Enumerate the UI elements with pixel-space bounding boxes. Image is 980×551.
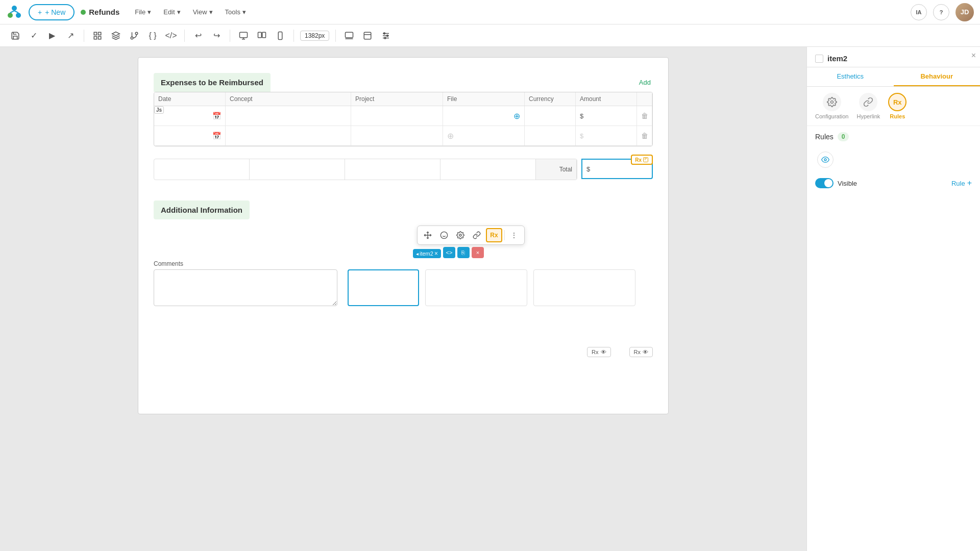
- ft-move-icon[interactable]: [421, 228, 435, 242]
- tab-esthetics[interactable]: Esthetics: [807, 67, 894, 86]
- ia-button[interactable]: IA: [911, 4, 927, 20]
- nav-menu: File ▾ Edit ▾ View ▾ Tools ▾: [130, 6, 251, 18]
- branches-icon[interactable]: [127, 29, 141, 43]
- ft-more-icon[interactable]: ⋮: [507, 228, 521, 242]
- row1-file-cell[interactable]: ⊕: [443, 106, 525, 126]
- ft-sep: [504, 230, 505, 240]
- ft-link-icon[interactable]: [470, 228, 484, 242]
- item2-tag-copy-icon[interactable]: ⎘: [457, 247, 470, 258]
- row1-date-cell[interactable]: Js 📅: [154, 106, 226, 126]
- menu-view[interactable]: View ▾: [188, 6, 218, 18]
- svg-rect-18: [278, 32, 282, 39]
- row1-currency-cell[interactable]: [525, 106, 576, 126]
- check-icon[interactable]: ✓: [27, 29, 41, 43]
- row1-concept-input[interactable]: [230, 112, 347, 119]
- expenses-add-link[interactable]: Add: [639, 79, 651, 86]
- item2-tag-close-icon[interactable]: ×: [434, 250, 438, 257]
- item2-selected-cell[interactable]: [348, 269, 419, 306]
- panel-checkbox[interactable]: [815, 55, 823, 63]
- menu-edit[interactable]: Edit ▾: [158, 6, 185, 18]
- svg-rect-16: [258, 32, 262, 38]
- rule-add-button[interactable]: Rule +: [951, 179, 972, 188]
- toolbar-sep-1: [84, 30, 84, 42]
- row2-delete-icon[interactable]: 🗑: [641, 132, 648, 140]
- col-date: Date: [154, 92, 226, 106]
- svg-rect-20: [346, 32, 353, 38]
- row1-project-cell[interactable]: [351, 106, 443, 126]
- comments-textarea[interactable]: [154, 269, 337, 306]
- extra-cell-2: [533, 269, 635, 306]
- total-amount-field[interactable]: [592, 165, 648, 173]
- total-cell-3: [345, 159, 440, 180]
- row1-date-input[interactable]: [158, 112, 212, 119]
- menu-tools[interactable]: Tools ▾: [220, 6, 251, 18]
- px-display: 1382px: [300, 31, 329, 41]
- svg-line-3: [10, 11, 14, 13]
- code-icon[interactable]: </>: [164, 29, 178, 43]
- sub-tab-configuration[interactable]: Configuration: [815, 93, 848, 119]
- eye-icon-area: [815, 149, 972, 170]
- svg-rect-5: [94, 32, 96, 35]
- visible-toggle[interactable]: [815, 178, 834, 188]
- ft-rules-button[interactable]: Rx: [486, 228, 502, 242]
- main-layout: Expenses to be Reimbursed Add Date Conce…: [0, 47, 980, 551]
- row2-project-cell[interactable]: [351, 126, 443, 145]
- tab-behaviour[interactable]: Behaviour: [894, 67, 981, 86]
- item2-tag-code-icon[interactable]: <>: [443, 247, 455, 258]
- total-right-area: Rx $: [581, 159, 653, 179]
- item2-tag-delete-icon[interactable]: ×: [472, 247, 484, 258]
- row1-file-input[interactable]: [447, 112, 513, 119]
- file-add-icon[interactable]: ⊕: [513, 111, 520, 121]
- mobile-icon[interactable]: [273, 29, 287, 43]
- file-add-icon-2[interactable]: ⊕: [447, 131, 454, 141]
- window-icon[interactable]: [360, 29, 375, 43]
- row2-concept-cell[interactable]: [226, 126, 351, 145]
- rules-count-badge: 0: [838, 132, 849, 141]
- row2-file-cell[interactable]: ⊕: [443, 126, 525, 145]
- resize-icon[interactable]: [342, 29, 356, 43]
- save-icon[interactable]: [8, 29, 22, 43]
- row2-del-cell[interactable]: 🗑: [637, 126, 652, 145]
- layers-icon[interactable]: [109, 29, 123, 43]
- help-button[interactable]: ?: [933, 4, 949, 20]
- calendar-icon[interactable]: 📅: [212, 112, 221, 120]
- row1-del-cell[interactable]: 🗑: [637, 106, 652, 126]
- col-concept: Concept: [226, 92, 351, 106]
- export-icon[interactable]: ↗: [63, 29, 78, 43]
- rx-badge-bottom-2[interactable]: Rx 👁: [629, 347, 653, 357]
- row1-concept-cell[interactable]: [226, 106, 351, 126]
- row1-project-input[interactable]: [355, 112, 438, 119]
- sub-tab-rules[interactable]: Rx Rules: [888, 93, 906, 119]
- split-icon[interactable]: [255, 29, 269, 43]
- item2-tag-chevron-left: ◂: [416, 251, 419, 257]
- monitor-icon[interactable]: [236, 29, 251, 43]
- total-cells-row: Total: [154, 159, 577, 180]
- svg-point-35: [830, 101, 833, 104]
- ft-tag-icon[interactable]: [437, 228, 451, 242]
- new-button[interactable]: + + New: [29, 4, 75, 20]
- grid-icon[interactable]: [90, 29, 105, 43]
- js-badge: Js: [154, 106, 164, 114]
- row1-delete-icon[interactable]: 🗑: [641, 112, 648, 120]
- row2-currency-cell[interactable]: [525, 126, 576, 145]
- undo-icon[interactable]: ↩: [191, 29, 205, 43]
- row1-amount-input[interactable]: [585, 112, 632, 119]
- row1-amount-cell[interactable]: $: [576, 106, 637, 126]
- user-avatar[interactable]: JD: [955, 3, 974, 21]
- rx-badge-bottom-1[interactable]: Rx 👁: [587, 347, 610, 357]
- eye-icon[interactable]: [817, 152, 834, 168]
- row2-amount-cell[interactable]: $: [576, 126, 637, 145]
- redo-icon[interactable]: ↪: [209, 29, 224, 43]
- play-icon[interactable]: ▶: [45, 29, 59, 43]
- item2-tag: ◂ item2 ×: [413, 249, 441, 258]
- calendar-icon-2[interactable]: 📅: [212, 132, 221, 140]
- code-block-icon[interactable]: { }: [145, 29, 160, 43]
- row2-date-input[interactable]: [158, 132, 212, 139]
- nav-right: IA ? JD: [911, 3, 974, 21]
- menu-file[interactable]: File ▾: [130, 6, 156, 18]
- sub-tab-hyperlink[interactable]: Hyperlink: [856, 93, 880, 119]
- adjust-icon[interactable]: [379, 29, 393, 43]
- ft-settings-icon[interactable]: [453, 228, 468, 242]
- row1-currency-input[interactable]: [529, 112, 571, 119]
- row2-date-cell[interactable]: 📅: [154, 126, 226, 145]
